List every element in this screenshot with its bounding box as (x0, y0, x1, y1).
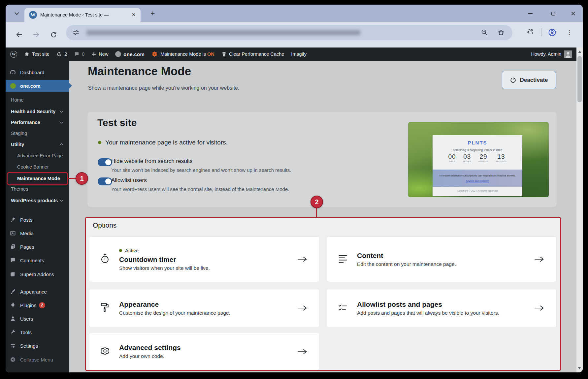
allowlist-users-toggle[interactable] (98, 177, 112, 185)
annotation-box-maintenance-mode (7, 172, 68, 185)
maintenance-page-preview: PLNTS Something is happening. Check in l… (408, 122, 549, 197)
onecom-status-dot-icon (10, 83, 16, 89)
option-card-content[interactable]: Content Edit the content on your mainten… (327, 237, 556, 282)
addons-icon (10, 271, 16, 277)
reload-button[interactable] (47, 28, 60, 41)
browser-toolbar: ⋮ (6, 22, 583, 47)
user-icon (10, 315, 16, 322)
options-panel: Options Active Countdown timer Show visi… (85, 217, 561, 371)
admin-bar-clear-cache[interactable]: Clear Performance Cache (221, 51, 284, 57)
arrow-right-icon (534, 256, 544, 262)
toolbar-divider (541, 28, 541, 36)
sidebar-item-advanced-error-page[interactable]: Advanced Error Page (6, 151, 69, 161)
annotation-step-1: 1 (76, 172, 88, 185)
sidebar-item-plugins[interactable]: Plugins 2 (6, 300, 69, 310)
home-icon (24, 51, 30, 57)
sidebar-item-users[interactable]: Users (6, 314, 69, 324)
sidebar-item-tools[interactable]: Tools (6, 327, 69, 337)
hide-from-search-toggle[interactable] (98, 158, 112, 166)
back-button[interactable] (13, 28, 25, 41)
scroll-down-arrow-icon[interactable] (578, 367, 581, 369)
sidebar-item-cookie-banner[interactable]: Cookie Banner (6, 162, 69, 172)
sidebar-item-performance[interactable]: Performance (6, 117, 69, 127)
option-card-appearance[interactable]: Appearance Customise the design of your … (89, 289, 319, 327)
sidebar-item-health-and-security[interactable]: Health and Security (6, 107, 69, 116)
sidebar-item-onecom[interactable]: one.com (6, 80, 69, 92)
profile-button[interactable] (548, 28, 556, 37)
chevron-down-icon (15, 12, 19, 15)
checklist-icon (338, 303, 348, 313)
chevron-down-icon (59, 121, 64, 124)
scroll-up-arrow-icon[interactable] (578, 50, 581, 53)
comment-bubble-icon (74, 51, 80, 57)
sidebar-item-utility[interactable]: Utility (6, 140, 69, 149)
admin-bar-new[interactable]: New (91, 51, 108, 57)
sidebar-item-pages[interactable]: Pages (6, 242, 69, 252)
address-bar[interactable] (66, 25, 512, 40)
sidebar-item-comments[interactable]: Comments (6, 255, 69, 265)
avatar (564, 50, 572, 58)
scrollbar-thumb[interactable] (577, 56, 582, 102)
window-maximize-button[interactable] (546, 9, 560, 18)
options-heading: Options (93, 221, 116, 229)
sidebar-item-appearance[interactable]: Appearance (6, 287, 69, 297)
admin-bar-comments[interactable]: 0 (74, 51, 84, 57)
tab-close-icon[interactable]: ✕ (130, 11, 137, 18)
comment-bubble-icon (10, 257, 16, 264)
sidebar-item-home[interactable]: Home (6, 95, 69, 105)
status-on-badge: ON (207, 51, 214, 57)
page-subtitle: Show a maintenance page while you're wor… (88, 85, 239, 91)
deactivate-button[interactable]: Deactivate (502, 71, 556, 89)
extensions-button[interactable] (526, 28, 534, 36)
admin-bar-site-name[interactable]: Test site (24, 51, 49, 57)
sidebar-item-collapse-menu[interactable]: Collapse Menu (6, 355, 69, 364)
admin-bar-maintenance-status[interactable]: Maintenance Mode isON (151, 51, 214, 57)
browser-tab[interactable]: W Maintenance Mode ‹ Test site — ✕ (24, 8, 141, 22)
toggle-label: Allowlist users (111, 177, 147, 184)
sliders-icon (10, 342, 16, 349)
zoom-icon[interactable] (481, 29, 488, 36)
browser-menu-button[interactable]: ⋮ (567, 28, 573, 36)
forward-button[interactable] (30, 28, 43, 41)
window-minimize-button[interactable] (524, 9, 537, 18)
window-close-button[interactable] (567, 9, 580, 18)
pushpin-icon (10, 216, 16, 223)
tab-search-button[interactable] (12, 9, 21, 18)
wp-admin-bar: W Test site 2 0 New one.com Maintenance … (6, 47, 576, 61)
arrow-right-icon (33, 31, 40, 38)
preview-copyright: Copyright © 2024. All rights reserved (433, 189, 522, 192)
paintbrush-icon (10, 288, 16, 295)
sidebar-item-posts[interactable]: Posts (6, 215, 69, 225)
sidebar-item-media[interactable]: Media (6, 228, 69, 238)
bookmark-star-icon[interactable] (498, 29, 505, 36)
collapse-arrow-icon (10, 356, 16, 363)
preview-message: Something is happening. Check in later! (433, 148, 522, 152)
preview-card: PLNTS Something is happening. Check in l… (433, 135, 522, 196)
howdy-label[interactable]: Howdy, Admin (531, 51, 561, 57)
page-scrollbar[interactable] (576, 47, 583, 372)
gear-icon (151, 51, 158, 57)
admin-bar-onecom[interactable]: one.com (115, 51, 145, 57)
option-card-allowlist-posts-pages[interactable]: Allowlist posts and pages Add posts and … (327, 289, 556, 327)
admin-bar-updates[interactable]: 2 (56, 51, 67, 57)
content-lines-icon (338, 254, 348, 265)
sidebar-item-themes[interactable]: Themes (6, 184, 69, 194)
sidebar-item-settings[interactable]: Settings (6, 341, 69, 351)
sidebar-item-superb-addons[interactable]: Superb Addons (6, 269, 69, 279)
new-tab-button[interactable]: + (148, 9, 157, 18)
browser-window: W Maintenance Mode ‹ Test site — ✕ + (6, 5, 583, 372)
wp-logo-menu[interactable]: W (10, 51, 17, 58)
sidebar-item-staging[interactable]: Staging (6, 128, 69, 138)
sidebar-item-dashboard[interactable]: Dashboard (6, 67, 69, 77)
arrow-left-icon (16, 31, 23, 38)
option-card-advanced-settings[interactable]: Advanced settings Add your own code. (89, 333, 319, 370)
option-card-countdown-timer[interactable]: Active Countdown timer Show visitors whe… (89, 237, 319, 282)
arrow-right-icon (297, 305, 307, 311)
close-icon (571, 11, 575, 16)
sidebar-item-wordpress-products[interactable]: WordPress products (6, 196, 69, 205)
preview-register-link: Anyone can register? (433, 179, 522, 182)
pages-icon (10, 243, 16, 250)
admin-bar-imagify[interactable]: Imagify (291, 51, 307, 57)
onecom-logo-icon (115, 51, 121, 57)
status-dot-icon (98, 141, 101, 144)
